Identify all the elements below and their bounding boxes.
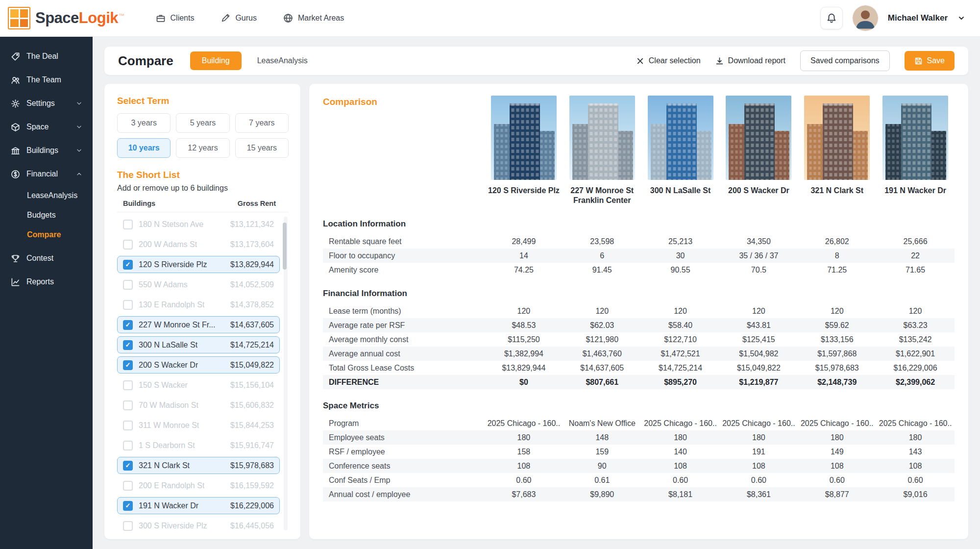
- metric-value: $15,049,822: [719, 364, 798, 373]
- checkbox-unchecked[interactable]: [123, 521, 133, 531]
- sidebar-item-the-deal[interactable]: The Deal: [0, 45, 93, 68]
- metric-value: $8,877: [798, 490, 876, 499]
- term-5-years[interactable]: 5 years: [176, 113, 229, 133]
- building-column-name: 200 S Wacker Dr: [728, 186, 789, 196]
- checkbox-unchecked[interactable]: [123, 240, 133, 250]
- metric-row-annual-cost-employee: Annual cost / employee$7,683$9,890$8,181…: [323, 487, 955, 501]
- checkbox-unchecked[interactable]: [123, 421, 133, 430]
- metric-value: 180: [485, 433, 563, 442]
- tab-building[interactable]: Building: [190, 51, 242, 70]
- checkbox-unchecked[interactable]: [123, 280, 133, 290]
- metric-value: $15,978,683: [798, 364, 876, 373]
- building-row-200-s-wacker-dr[interactable]: ✓200 S Wacker Dr$15,049,822: [117, 356, 280, 374]
- logo[interactable]: SpaceLogik™: [8, 7, 124, 29]
- term-12-years[interactable]: 12 years: [176, 138, 229, 158]
- metric-label: Rentable square feet: [323, 237, 485, 246]
- clear-selection-button[interactable]: Clear selection: [636, 56, 701, 65]
- scrollbar-thumb[interactable]: [283, 223, 287, 270]
- sidebar-item-label: Reports: [26, 277, 54, 286]
- tab-leaseanalysis[interactable]: LeaseAnalysis: [257, 56, 308, 65]
- sidebar-item-settings[interactable]: Settings: [0, 92, 93, 115]
- building-row-191-n-wacker-dr[interactable]: ✓191 N Wacker Dr$16,229,006: [117, 497, 280, 514]
- building-row-550-w-adams[interactable]: 550 W Adams$14,052,509: [117, 276, 280, 293]
- sidebar-item-reports[interactable]: Reports: [0, 270, 93, 294]
- sidebar-item-buildings[interactable]: Buildings: [0, 139, 93, 162]
- term-3-years[interactable]: 3 years: [117, 113, 171, 133]
- shortlist-list[interactable]: 180 N Stetson Ave$13,121,342200 W Adams …: [117, 216, 289, 534]
- checkbox-checked[interactable]: ✓: [123, 320, 133, 330]
- sidebar-subitem-leaseanalysis[interactable]: LeaseAnalysis: [0, 186, 93, 205]
- nav-market-areas[interactable]: Market Areas: [283, 13, 344, 23]
- building-row-300-n-lasalle-st[interactable]: ✓300 N LaSalle St$14,725,214: [117, 336, 280, 353]
- save-button[interactable]: Save: [905, 51, 955, 71]
- building-row-130-e-randolph-st[interactable]: 130 E Randolph St$14,378,852: [117, 296, 280, 313]
- briefcase-icon: [156, 13, 166, 23]
- metric-value: $125,415: [719, 335, 798, 344]
- metric-value: 0.60: [485, 476, 563, 485]
- checkbox-unchecked[interactable]: [123, 400, 133, 410]
- building-row-120-s-riverside-plz[interactable]: ✓120 S Riverside Plz$13,829,944: [117, 256, 280, 273]
- metric-value: 35 / 36 / 37: [719, 251, 798, 260]
- term-7-years[interactable]: 7 years: [235, 113, 289, 133]
- building-row-227-w-monroe-st-fr[interactable]: ✓227 W Monroe St Fr...$14,637,605: [117, 316, 280, 333]
- checkbox-checked[interactable]: ✓: [123, 461, 133, 471]
- avatar[interactable]: [853, 5, 878, 31]
- checkbox-checked[interactable]: ✓: [123, 340, 133, 350]
- download-report-button[interactable]: Download report: [715, 56, 785, 65]
- sidebar-item-the-team[interactable]: The Team: [0, 68, 93, 92]
- checkbox-unchecked[interactable]: [123, 481, 133, 491]
- term-10-years[interactable]: 10 years: [117, 138, 171, 158]
- page-title: Compare: [118, 53, 173, 69]
- download-report-label: Download report: [728, 56, 785, 65]
- building-row-311-w-monroe-st[interactable]: 311 W Monroe St$15,844,253: [117, 417, 280, 434]
- metric-value: $48.53: [485, 321, 563, 330]
- checkbox-unchecked[interactable]: [123, 220, 133, 229]
- building-row-321-n-clark-st[interactable]: ✓321 N Clark St$15,978,683: [117, 457, 280, 474]
- select-term-heading: Select Term: [117, 96, 289, 106]
- building-name: 200 S Wacker Dr: [139, 361, 198, 370]
- nav-clients[interactable]: Clients: [156, 13, 195, 23]
- building-column-227-w-monroe-st: 227 W Monroe StFranklin Center: [563, 96, 641, 205]
- sidebar-subitem-budgets[interactable]: Budgets: [0, 205, 93, 225]
- metric-label: RSF / employee: [323, 448, 485, 456]
- user-name[interactable]: Michael Walker: [888, 13, 948, 23]
- checkbox-unchecked[interactable]: [123, 441, 133, 450]
- metric-row-average-monthly-const: Average monthly const$115,250$121,980$12…: [323, 332, 955, 347]
- building-row-180-n-stetson-ave[interactable]: 180 N Stetson Ave$13,121,342: [117, 216, 280, 233]
- term-15-years[interactable]: 15 years: [235, 138, 289, 158]
- chevron-down-icon[interactable]: [957, 14, 965, 22]
- sidebar-item-label: Buildings: [26, 146, 58, 155]
- save-icon: [914, 57, 923, 65]
- checkbox-unchecked[interactable]: [123, 300, 133, 310]
- gross-rent-value: $14,052,509: [230, 280, 274, 289]
- checkbox-checked[interactable]: ✓: [123, 501, 133, 511]
- gross-rent-value: $14,378,852: [230, 300, 274, 309]
- sidebar-item-contest[interactable]: Contest: [0, 247, 93, 270]
- metric-value: 108: [485, 462, 563, 471]
- metric-value: 158: [485, 448, 563, 456]
- pen-icon: [220, 13, 230, 23]
- building-row-200-w-adams-st[interactable]: 200 W Adams St$13,173,604: [117, 236, 280, 253]
- building-row-200-e-randolph-st[interactable]: 200 E Randolph St$16,159,592: [117, 477, 280, 494]
- scrollbar-track[interactable]: [284, 217, 288, 530]
- metric-value: 159: [563, 448, 641, 456]
- checkbox-checked[interactable]: ✓: [123, 360, 133, 370]
- building-column-name: 191 N Wacker Dr: [884, 186, 946, 196]
- body: The DealThe TeamSettingsSpaceBuildingsFi…: [0, 37, 980, 549]
- checkbox-checked[interactable]: ✓: [123, 260, 133, 270]
- building-row-70-w-madison-st[interactable]: 70 W Madison St$15,606,832: [117, 397, 280, 414]
- nav-gurus[interactable]: Gurus: [220, 13, 257, 23]
- sidebar-item-financial[interactable]: Financial: [0, 162, 93, 186]
- metric-row-lease-term-months: Lease term (months)120120120120120120: [323, 304, 955, 318]
- metric-value: 120: [485, 307, 563, 316]
- sidebar-item-space[interactable]: Space: [0, 115, 93, 139]
- saved-comparisons-button[interactable]: Saved comparisons: [800, 50, 890, 71]
- building-row-1-s-dearborn-st[interactable]: 1 S Dearborn St$15,916,747: [117, 437, 280, 454]
- nav-label: Clients: [171, 14, 195, 23]
- checkbox-unchecked[interactable]: [123, 380, 133, 390]
- building-row-150-s-wacker[interactable]: 150 S Wacker$15,156,104: [117, 376, 280, 394]
- sidebar-subitem-compare[interactable]: Compare: [0, 225, 93, 245]
- building-row-300-s-riverside-plz[interactable]: 300 S Riverside Plz$16,445,056: [117, 517, 280, 534]
- notifications-button[interactable]: [820, 7, 843, 29]
- section-title-financial-information: Financial Information: [323, 277, 955, 304]
